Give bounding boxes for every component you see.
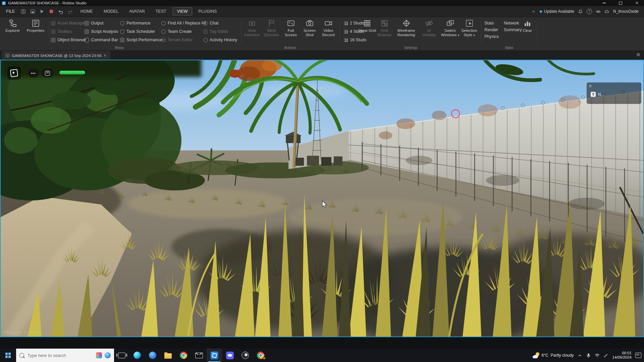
properties-icon [32,19,40,27]
tab-plugins[interactable]: PLUGINS [194,7,221,15]
video-record-button[interactable]: Video Record [319,19,338,37]
show-item-find-all[interactable]: Find All / Replace All [161,20,206,26]
taskbar-app-browser[interactable] [145,349,160,362]
stud-option-16[interactable]: 16 Studs [344,37,366,43]
redo-icon [68,9,73,14]
stats-item-physics[interactable]: Physics [484,33,499,40]
action-center-icon[interactable] [635,353,641,358]
grid-material-button[interactable]: Grid Material [375,19,394,37]
show-item-toolbox[interactable]: Toolbox [51,28,86,35]
properties-button[interactable]: Properties [25,19,46,33]
explorer-button[interactable]: Explorer [2,19,23,33]
document-tab-title: GAMEMASTER SHOWCASE @ 13 Sep 2024 23:56 [12,54,101,58]
taskbar-app-file-explorer[interactable] [160,349,176,362]
show-item-task-scheduler[interactable]: Task Scheduler [120,28,162,35]
tab-test[interactable]: TEST [151,7,171,15]
tab-avatar[interactable]: AVATAR [125,7,149,15]
pen-icon[interactable] [603,353,608,358]
show-item-chat[interactable]: Chat [203,20,237,26]
stop-button[interactable] [47,8,56,15]
roblox-logo-icon [10,69,18,77]
show-item-object-browser[interactable]: Object Browser [51,37,86,43]
search-input[interactable] [27,353,93,358]
notifications-button[interactable] [578,9,583,14]
taskbar-search[interactable] [16,349,114,362]
title-bar: GAMEMASTER SHOWCASE - Roblox Studio [0,0,644,6]
weather-widget[interactable]: 6°C Partly cloudy [533,352,574,358]
search-highlight-icon[interactable] [96,352,102,358]
show-item-script-performance[interactable]: Script Performance [120,37,162,43]
tab-view[interactable]: VIEW [173,7,192,15]
redo-button[interactable] [66,8,74,15]
taskbar-app-discord[interactable] [222,349,237,362]
taskbar-app-chrome[interactable] [176,349,191,362]
show-item-terrain-editor[interactable]: Terrain Editor [161,37,206,43]
network-icon[interactable] [595,353,600,358]
screen-shot-button[interactable]: Screen Shot [300,19,319,37]
wind-direction-button[interactable]: Wind Direction [262,19,281,37]
game-overflow-button[interactable]: ••• [28,69,39,77]
tray-overflow-button[interactable] [577,353,582,358]
ui-visibility-button[interactable]: UI Visibility [420,19,438,37]
taskbar-app-roblox-studio[interactable] [207,349,222,362]
close-button[interactable] [630,0,644,6]
clear-stats-button[interactable]: Clear [519,19,535,33]
search-rewards-icon[interactable] [105,352,111,358]
selection-style-button[interactable]: Selection Style ▾ [460,19,479,37]
cloud-button[interactable] [604,9,609,14]
taskbar-app-edge[interactable] [129,349,145,362]
switch-windows-button[interactable]: Switch Windows ▾ [441,19,460,37]
update-available-button[interactable]: Update Available [540,9,574,14]
chrome-icon [180,352,187,359]
start-button[interactable] [0,349,16,362]
ribbon-separator [339,20,340,44]
task-view-icon [118,353,125,358]
show-group-col3: Performance Task Scheduler Script Perfor… [120,20,162,43]
document-tab[interactable]: GAMEMASTER SHOWCASE @ 13 Sep 2024 23:56 [2,51,110,59]
new-document-button[interactable] [19,8,28,15]
game-list-button[interactable] [42,69,53,77]
taskbar-app-mail[interactable] [191,349,207,362]
settings-group-label: Settings [342,46,480,50]
microphone-icon[interactable] [586,353,591,358]
username[interactable]: N_itrousOxide [613,9,639,14]
show-item-command-bar[interactable]: Command Bar [85,37,118,43]
clock-widget[interactable]: 00:01 14/09/2024 [612,351,632,360]
maximize-icon [619,2,622,5]
game-menu-button[interactable] [7,66,21,80]
wireframe-rendering-button[interactable]: Wireframe Rendering [392,19,420,37]
taskbar-app-chrome-profile[interactable] [253,349,268,362]
show-item-asset-manager[interactable]: Asset Manager [51,20,86,26]
show-item-output[interactable]: Output [85,20,118,26]
undo-button[interactable] [56,8,65,15]
show-item-team-create[interactable]: Team Create [161,28,206,35]
taskbar-app-obs[interactable] [237,349,253,362]
full-screen-button[interactable]: Full Screen [281,19,301,37]
stats-item-stats[interactable]: Stats [484,20,499,26]
view-selection-button[interactable]: View Selection [242,19,262,37]
tab-home[interactable]: HOME [76,7,97,15]
stats-item-render[interactable]: Render [484,26,499,33]
maximize-button[interactable] [613,0,628,6]
tab-model[interactable]: MODEL [99,7,123,15]
show-item-tag-editor[interactable]: Tag Editor [203,28,237,35]
task-view-button[interactable] [114,349,129,362]
play-button[interactable] [38,8,46,15]
save-button[interactable] [28,8,37,15]
notification-close-icon[interactable] [589,84,592,88]
tab-settings-gear-icon[interactable] [636,52,641,58]
save-icon [31,9,35,14]
wind-direction-icon [267,19,276,27]
document-tab-close-icon[interactable] [104,54,106,57]
show-item-script-analysis[interactable]: Script Analysis [85,28,118,35]
weather-condition: Partly cloudy [551,353,574,358]
help-button[interactable]: ? [587,9,592,14]
file-menu[interactable]: FILE [3,8,18,15]
collapse-ribbon-button[interactable] [531,9,536,14]
minimize-button[interactable] [597,0,611,6]
visibility-button[interactable] [596,9,601,14]
viewport-3d[interactable]: ••• T N... FACTION: BLUFOR [0,60,644,337]
show-grid-button[interactable]: Show Grid [358,19,376,33]
show-item-activity-history[interactable]: Activity History [203,37,237,43]
show-item-performance[interactable]: Performance [120,20,162,26]
